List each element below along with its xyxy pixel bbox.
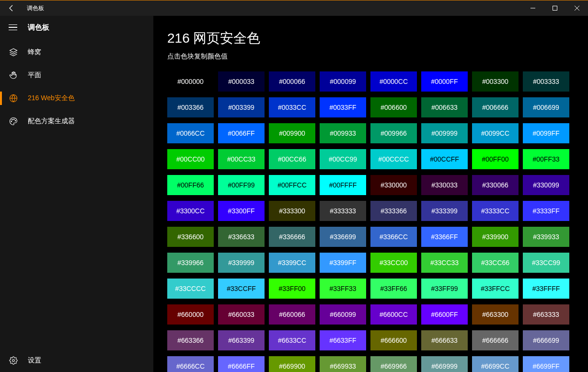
color-swatch[interactable]: #339900: [472, 227, 519, 247]
color-swatch[interactable]: #660066: [269, 304, 315, 325]
color-swatch[interactable]: #333333: [320, 201, 366, 221]
color-swatch[interactable]: #00CC00: [167, 149, 214, 169]
color-swatch[interactable]: #00CC66: [269, 149, 315, 169]
color-swatch[interactable]: #336600: [167, 227, 214, 247]
color-swatch[interactable]: #330099: [523, 175, 569, 195]
color-swatch[interactable]: #660033: [218, 304, 265, 325]
color-swatch[interactable]: #336699: [320, 227, 366, 247]
color-swatch[interactable]: #33FFCC: [472, 279, 519, 299]
color-swatch[interactable]: #006633: [421, 97, 468, 117]
color-swatch[interactable]: #000066: [269, 71, 315, 92]
color-swatch[interactable]: #669966: [370, 356, 417, 372]
color-swatch[interactable]: #00FFFF: [320, 175, 366, 195]
color-swatch[interactable]: #333399: [421, 201, 468, 221]
color-swatch[interactable]: #000033: [218, 71, 265, 92]
color-swatch[interactable]: #006666: [472, 97, 519, 117]
color-swatch[interactable]: #00FF99: [218, 175, 265, 195]
color-swatch[interactable]: #00FFCC: [269, 175, 315, 195]
color-swatch[interactable]: #009900: [269, 123, 315, 143]
color-swatch[interactable]: #00FF00: [472, 149, 519, 169]
color-swatch[interactable]: #6699FF: [523, 356, 569, 372]
color-swatch[interactable]: #3366CC: [370, 227, 417, 247]
color-swatch[interactable]: #663399: [218, 330, 265, 350]
color-swatch[interactable]: #666699: [523, 330, 569, 350]
color-swatch[interactable]: #339933: [523, 227, 569, 247]
color-swatch[interactable]: #669933: [320, 356, 366, 372]
color-swatch[interactable]: #003366: [167, 97, 214, 117]
color-swatch[interactable]: #663300: [472, 304, 519, 325]
color-swatch[interactable]: #6600CC: [370, 304, 417, 325]
color-swatch[interactable]: #00CCFF: [421, 149, 468, 169]
color-swatch[interactable]: #33CCFF: [218, 279, 265, 299]
color-swatch[interactable]: #339999: [218, 253, 265, 273]
color-swatch[interactable]: #0066FF: [218, 123, 265, 143]
color-swatch[interactable]: #006600: [370, 97, 417, 117]
color-swatch[interactable]: #009966: [370, 123, 417, 143]
color-swatch[interactable]: #33CCCC: [167, 279, 214, 299]
color-swatch[interactable]: #33FF66: [370, 279, 417, 299]
color-swatch[interactable]: #0000FF: [421, 71, 468, 92]
sidebar-item-websafe[interactable]: 216 Web安全色: [0, 87, 153, 110]
color-swatch[interactable]: #33FF99: [421, 279, 468, 299]
color-swatch[interactable]: #33CC99: [523, 253, 569, 273]
back-button[interactable]: [4, 0, 19, 16]
color-swatch[interactable]: #0000CC: [370, 71, 417, 92]
maximize-button[interactable]: [544, 0, 566, 16]
sidebar-item-honeycomb[interactable]: 蜂窝: [0, 41, 153, 64]
color-swatch[interactable]: #3366FF: [421, 227, 468, 247]
color-swatch[interactable]: #009933: [320, 123, 366, 143]
color-swatch[interactable]: #333366: [370, 201, 417, 221]
color-swatch[interactable]: #000000: [167, 71, 214, 92]
color-swatch[interactable]: #330033: [421, 175, 468, 195]
color-swatch[interactable]: #33FFFF: [523, 279, 569, 299]
hamburger-icon[interactable]: [9, 23, 18, 32]
color-swatch[interactable]: #6633FF: [320, 330, 366, 350]
color-swatch[interactable]: #6633CC: [269, 330, 315, 350]
color-swatch[interactable]: #00FF66: [167, 175, 214, 195]
color-swatch[interactable]: #0066CC: [167, 123, 214, 143]
color-swatch[interactable]: #003333: [523, 71, 569, 92]
color-swatch[interactable]: #00CC33: [218, 149, 265, 169]
color-swatch[interactable]: #3300FF: [218, 201, 265, 221]
color-swatch[interactable]: #0033FF: [320, 97, 366, 117]
color-swatch[interactable]: #663366: [167, 330, 214, 350]
color-swatch[interactable]: #6666CC: [167, 356, 214, 372]
color-swatch[interactable]: #660099: [320, 304, 366, 325]
color-swatch[interactable]: #663333: [523, 304, 569, 325]
color-swatch[interactable]: #009999: [421, 123, 468, 143]
color-swatch[interactable]: #336666: [269, 227, 315, 247]
color-swatch[interactable]: #666633: [421, 330, 468, 350]
color-swatch[interactable]: #339966: [167, 253, 214, 273]
color-swatch[interactable]: #0099CC: [472, 123, 519, 143]
color-swatch[interactable]: #330000: [370, 175, 417, 195]
color-swatch[interactable]: #33CC00: [370, 253, 417, 273]
color-swatch[interactable]: #3300CC: [167, 201, 214, 221]
color-swatch[interactable]: #0033CC: [269, 97, 315, 117]
color-swatch[interactable]: #003399: [218, 97, 265, 117]
color-swatch[interactable]: #660000: [167, 304, 214, 325]
color-swatch[interactable]: #000099: [320, 71, 366, 92]
sidebar-item-flat[interactable]: 平面: [0, 64, 153, 87]
color-swatch[interactable]: #6600FF: [421, 304, 468, 325]
color-swatch[interactable]: #00CC99: [320, 149, 366, 169]
color-swatch[interactable]: #333300: [269, 201, 315, 221]
color-swatch[interactable]: #00FF33: [523, 149, 569, 169]
color-swatch[interactable]: #33FF33: [320, 279, 366, 299]
color-swatch[interactable]: #3399FF: [320, 253, 366, 273]
sidebar-item-scheme[interactable]: 配色方案生成器: [0, 110, 153, 133]
minimize-button[interactable]: [522, 0, 544, 16]
color-swatch[interactable]: #33CC33: [421, 253, 468, 273]
color-swatch[interactable]: #6666FF: [218, 356, 265, 372]
color-swatch[interactable]: #6699CC: [472, 356, 519, 372]
color-swatch[interactable]: #336633: [218, 227, 265, 247]
close-button[interactable]: [566, 0, 588, 16]
color-swatch[interactable]: #003300: [472, 71, 519, 92]
color-swatch[interactable]: #3333FF: [523, 201, 569, 221]
color-swatch[interactable]: #666600: [370, 330, 417, 350]
color-swatch[interactable]: #669900: [269, 356, 315, 372]
color-swatch[interactable]: #33FF00: [269, 279, 315, 299]
color-swatch[interactable]: #006699: [523, 97, 569, 117]
color-swatch[interactable]: #33CC66: [472, 253, 519, 273]
color-swatch[interactable]: #330066: [472, 175, 519, 195]
color-swatch[interactable]: #0099FF: [523, 123, 569, 143]
